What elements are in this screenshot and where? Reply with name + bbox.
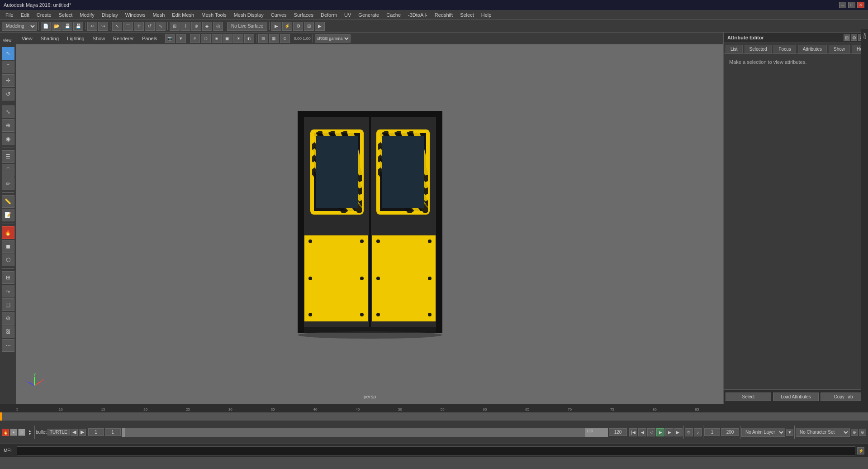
menu-generate[interactable]: Generate — [355, 11, 383, 19]
timeline-ruler[interactable]: 5 10 15 20 25 30 35 40 45 50 55 60 65 70… — [0, 404, 868, 412]
menu-redshift[interactable]: Redshift — [431, 11, 456, 19]
live-surface-btn[interactable]: No Live Surface — [227, 22, 267, 31]
start-frame-display[interactable] — [704, 428, 720, 436]
frame-input2[interactable] — [105, 428, 121, 436]
menu-select2[interactable]: Select — [456, 11, 478, 19]
select-tool[interactable]: ↖ — [112, 22, 122, 31]
mode-select[interactable]: Modeling Rigging Animation FX Rendering — [2, 22, 37, 31]
script-execute-btn[interactable]: ⚡ — [857, 447, 864, 455]
open-file-btn[interactable]: 📂 — [52, 22, 62, 31]
soft-select-btn[interactable]: ◉ — [2, 133, 14, 145]
snap-point[interactable]: ⊕ — [191, 22, 201, 31]
grid-btn[interactable]: ⊞ — [2, 271, 14, 284]
menu-edit[interactable]: Edit — [17, 11, 33, 19]
menu-help[interactable]: Help — [478, 11, 495, 19]
step-fwd-btn[interactable]: ▶ — [665, 428, 674, 436]
render-btn[interactable]: ▶ — [271, 22, 281, 31]
attr-tab-show[interactable]: Show — [829, 45, 850, 53]
snap-live[interactable]: ◎ — [213, 22, 223, 31]
fire-renderer-btn[interactable]: 🔥 — [2, 429, 9, 436]
range-handle-right[interactable]: 120 — [585, 428, 608, 437]
end-frame-input2[interactable] — [721, 428, 739, 436]
sphere-renderer-btn[interactable]: ● — [10, 429, 17, 436]
render-settings-btn[interactable]: ⚙ — [293, 22, 303, 31]
step-back-btn[interactable]: ◀ — [638, 428, 646, 436]
redo-btn[interactable]: ↪ — [98, 22, 108, 31]
minimize-button[interactable]: ─ — [839, 2, 846, 8]
renderer-toggle-left[interactable]: ◀ — [71, 429, 78, 436]
range-handle-left[interactable] — [122, 428, 125, 437]
color-space-select[interactable]: sRGB gamma — [315, 34, 351, 43]
render-frame-btn[interactable]: ▶ — [315, 22, 325, 31]
shading-btn[interactable]: ⬡ — [2, 254, 14, 266]
move-tool[interactable]: ✛ — [134, 22, 144, 31]
menu-curves[interactable]: Curves — [267, 11, 290, 19]
go-end-btn[interactable]: ▶| — [674, 428, 683, 436]
menu-mesh[interactable]: Mesh — [149, 11, 168, 19]
undo-btn[interactable]: ↩ — [87, 22, 97, 31]
attr-select-btn[interactable]: Select — [726, 392, 771, 401]
menu-surfaces[interactable]: Surfaces — [290, 11, 317, 19]
attr-tab-focus[interactable]: Focus — [773, 45, 796, 53]
attr-tab-list[interactable]: List — [726, 45, 743, 53]
menu-select[interactable]: Select — [55, 11, 76, 19]
menu-file[interactable]: File — [2, 11, 17, 19]
mel-input[interactable] — [17, 446, 855, 455]
renderer-label2[interactable]: TURTLE — [47, 429, 70, 436]
maximize-button[interactable]: □ — [848, 2, 855, 8]
select-cam-btn[interactable]: ▼ — [176, 34, 186, 43]
camera-btn[interactable]: 📷 — [165, 34, 175, 43]
menu-windows[interactable]: Windows — [122, 11, 149, 19]
attr-settings-btn[interactable]: ⚙ — [851, 34, 857, 41]
attr-tab-selected[interactable]: Selected — [745, 45, 772, 53]
paint-select-btn[interactable]: ⌒ — [2, 61, 14, 73]
play-back-btn[interactable]: ◁ — [647, 428, 655, 436]
snap-curve[interactable]: ⌇ — [180, 22, 190, 31]
playhead[interactable] — [0, 412, 2, 421]
scale-tool[interactable]: ⤡ — [156, 22, 166, 31]
texture-btn[interactable]: ▣ — [223, 34, 232, 43]
character-set-select[interactable]: No Character Set — [796, 428, 850, 437]
anim-layer-btn[interactable]: ▼ — [786, 429, 793, 436]
loop-btn[interactable]: ↻ — [685, 428, 693, 436]
close-button[interactable]: ✕ — [857, 2, 864, 8]
show-manip-btn[interactable]: ☰ — [2, 150, 14, 163]
constraint-btn[interactable]: ⛓ — [2, 325, 14, 338]
sound-btn[interactable]: ♪ — [694, 428, 702, 436]
menu-mesh-display[interactable]: Mesh Display — [230, 11, 267, 19]
menu-3dto[interactable]: -3DtoAll- — [404, 11, 431, 19]
renderer-arrows[interactable]: ▲ ▼ — [26, 429, 33, 436]
attr-float-btn[interactable]: ⊞ — [844, 34, 850, 41]
char-set-minus-btn[interactable]: ⊖ — [859, 429, 866, 436]
anim-layer-select[interactable]: No Anim Layer — [741, 428, 785, 437]
rotate-tool[interactable]: ↺ — [145, 22, 155, 31]
menu-display[interactable]: Display — [98, 11, 122, 19]
wireframe-btn[interactable]: ⬡ — [201, 34, 211, 43]
attr-load-btn[interactable]: Load Attributes — [773, 392, 819, 401]
save-as-btn[interactable]: 💾 — [73, 22, 83, 31]
annotate-btn[interactable]: 📝 — [2, 209, 14, 221]
end-frame-input1[interactable] — [609, 428, 627, 436]
renderer-toggle-right[interactable]: ▶ — [79, 429, 86, 436]
char-set-btn[interactable]: ⊕ — [851, 429, 858, 436]
attr-tab-attributes[interactable]: Attributes — [798, 45, 827, 53]
solid-btn[interactable]: ■ — [212, 34, 222, 43]
menu-uv[interactable]: UV — [341, 11, 355, 19]
tab-shading[interactable]: Shading — [37, 35, 62, 42]
grid-toggle-btn[interactable]: ⊞ — [258, 34, 268, 43]
tab-renderer[interactable]: Renderer — [109, 35, 138, 42]
rotate-btn[interactable]: ↺ — [2, 88, 14, 100]
lasso-tool[interactable]: ⌒ — [123, 22, 133, 31]
menu-edit-mesh[interactable]: Edit Mesh — [168, 11, 198, 19]
go-start-btn[interactable]: |◀ — [629, 428, 637, 436]
poly-count-btn[interactable]: # — [190, 34, 200, 43]
resolution-btn[interactable]: ▦ — [269, 34, 279, 43]
object-center-btn[interactable]: ⊙ — [280, 34, 290, 43]
menu-modify[interactable]: Modify — [76, 11, 98, 19]
measure-btn[interactable]: 📏 — [2, 195, 14, 208]
tab-panels[interactable]: Panels — [138, 35, 161, 42]
lasso-btn[interactable]: ⌒ — [2, 164, 14, 177]
ipr-btn[interactable]: ⚡ — [282, 22, 292, 31]
tab-show[interactable]: Show — [89, 35, 109, 42]
attr-vertical-tab[interactable]: Attr — [862, 31, 868, 41]
